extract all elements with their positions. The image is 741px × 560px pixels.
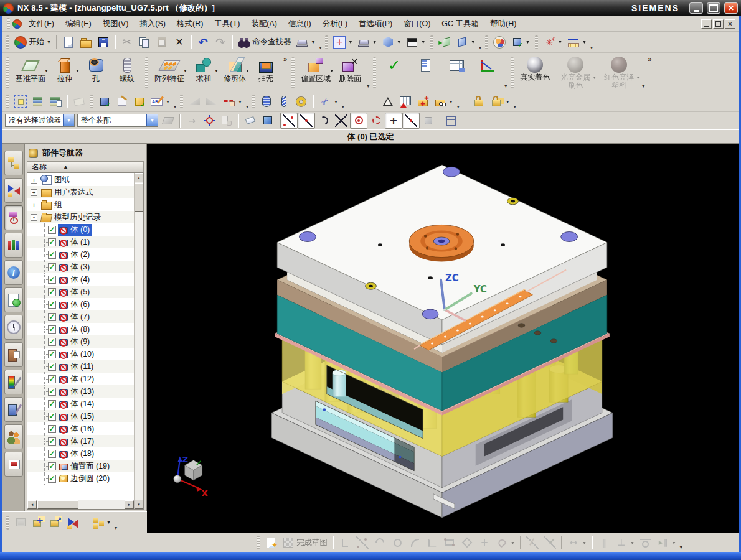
dropdown-arrow-icon[interactable]: ▼ xyxy=(582,40,587,44)
tree-item-8[interactable]: ✓体 (4) xyxy=(27,273,134,286)
close-button[interactable] xyxy=(724,2,738,14)
command-finder-button[interactable]: 命令查找器 xyxy=(235,34,294,50)
dropdown-arrow-icon[interactable]: ▼ xyxy=(630,541,635,545)
assembly-structure-button[interactable] xyxy=(410,55,441,76)
visualization-button[interactable] xyxy=(491,34,508,50)
snap-midpoint-toggle[interactable] xyxy=(298,113,315,129)
toolbar-overflow[interactable]: ▾ xyxy=(457,104,460,110)
snap-arc-toggle[interactable] xyxy=(315,113,333,129)
toolbar-overflow[interactable]: ▾ xyxy=(115,525,117,531)
process-studio-tab[interactable] xyxy=(4,342,23,367)
dropdown-arrow-icon[interactable]: ▼ xyxy=(582,541,587,545)
shell-button[interactable]: 抽壳 xyxy=(250,55,281,85)
snap-quadrant-toggle[interactable] xyxy=(367,113,385,129)
show-hide-button[interactable]: ▼ xyxy=(508,34,532,50)
deviation-gauge-button[interactable]: ▼ xyxy=(220,93,245,110)
scroll-left-button[interactable]: ◂ xyxy=(27,500,37,509)
red-glossy-plastic-button[interactable]: 红色亮泽塑料▼ xyxy=(597,55,641,91)
line-button[interactable] xyxy=(354,534,371,551)
dropdown-arrow-icon[interactable]: ▼ xyxy=(183,68,187,73)
toolbar-grip[interactable] xyxy=(325,35,328,49)
dropdown-arrow-icon[interactable]: ▼ xyxy=(329,68,334,73)
mdi-minimize-button[interactable] xyxy=(701,19,712,29)
snap-existing-point-toggle[interactable] xyxy=(385,113,402,129)
dropdown-arrow-icon[interactable]: ▼ xyxy=(311,40,315,44)
tree-item-18[interactable]: ✓体 (14) xyxy=(27,398,134,410)
dropdown-arrow-icon[interactable]: ▼ xyxy=(63,114,74,126)
delete-face-button[interactable]: 删除面 xyxy=(334,55,366,85)
measure-button[interactable]: ▼ xyxy=(565,34,589,50)
menu-item[interactable]: 分析(L) xyxy=(317,17,353,31)
menu-item[interactable]: 帮助(H) xyxy=(484,17,522,31)
paste-button[interactable] xyxy=(153,34,171,50)
orient-view-button[interactable] xyxy=(436,34,453,50)
make-displayed-part-button[interactable] xyxy=(113,93,131,110)
draft-analysis-button[interactable] xyxy=(186,93,203,110)
dropdown-arrow-icon[interactable]: ▼ xyxy=(506,100,510,104)
point-button[interactable] xyxy=(476,534,493,551)
display-constraints-button[interactable] xyxy=(637,534,654,551)
system-scenes-tab[interactable] xyxy=(4,397,23,422)
toolbar-overflow[interactable]: ▾ xyxy=(342,104,344,110)
history-tab[interactable] xyxy=(4,315,23,340)
window-part-button[interactable] xyxy=(131,93,148,110)
tree-item-14[interactable]: ✓体 (10) xyxy=(27,348,134,360)
show-all-constraints-button[interactable]: ▼ xyxy=(654,534,679,551)
select-by-box-button[interactable] xyxy=(12,93,29,110)
check-mate-button[interactable] xyxy=(379,55,410,76)
visibility-checkbox[interactable]: ✓ xyxy=(48,450,56,458)
tree-item-3[interactable]: -模型历史记录 xyxy=(27,211,134,223)
tree-item-23[interactable]: ✓偏置面 (19) xyxy=(27,460,134,472)
visibility-checkbox[interactable]: ✓ xyxy=(48,263,56,271)
toolbar-overflow[interactable]: ▾ xyxy=(514,104,516,110)
toolbar-grip[interactable] xyxy=(430,35,433,49)
minimize-button[interactable] xyxy=(689,2,703,14)
toolbar-more[interactable]: » xyxy=(283,55,287,63)
windows-tab[interactable] xyxy=(4,452,23,477)
circle-button[interactable] xyxy=(389,534,406,551)
lock-assembly-button[interactable]: ▼ xyxy=(488,93,512,110)
snap-sketch-toggle[interactable] xyxy=(420,113,437,129)
toolbar-overflow[interactable]: ▾ xyxy=(174,104,176,110)
tree-item-19[interactable]: ✓体 (15) xyxy=(27,410,134,422)
tolerance-table-button[interactable] xyxy=(397,93,414,110)
toolbar-grip[interactable] xyxy=(252,95,255,108)
pattern-curve-button[interactable]: ▼ xyxy=(493,534,517,551)
tree-item-5[interactable]: ✓体 (1) xyxy=(27,236,134,248)
scroll-up-button[interactable]: ▴ xyxy=(135,173,143,182)
html-report-tab[interactable] xyxy=(4,287,23,312)
toolbar-grip[interactable] xyxy=(257,536,260,549)
dropdown-arrow-icon[interactable]: ▼ xyxy=(558,40,562,44)
expand-toggle[interactable]: + xyxy=(31,202,37,208)
visibility-checkbox[interactable]: ✓ xyxy=(48,475,56,483)
fillet-button[interactable] xyxy=(406,534,423,551)
dropdown-arrow-icon[interactable]: ▼ xyxy=(636,75,640,80)
toolbar-grip[interactable] xyxy=(6,95,9,108)
tree-item-6[interactable]: ✓体 (2) xyxy=(27,248,134,261)
dropdown-arrow-icon[interactable]: ▼ xyxy=(672,541,676,545)
spring-stack-button[interactable] xyxy=(258,93,275,110)
section-view-button[interactable]: ▼ xyxy=(453,34,478,50)
dropdown-arrow-icon[interactable]: ▼ xyxy=(238,100,242,104)
rendering-style-button[interactable]: ▼ xyxy=(379,34,404,50)
viewport-3d[interactable]: ZC YC xyxy=(147,144,739,533)
toolbar-overflow[interactable]: ▾ xyxy=(504,83,507,89)
spring-tool-button[interactable] xyxy=(275,93,293,110)
copy-button[interactable] xyxy=(136,34,153,50)
dropdown-arrow-icon[interactable]: ▼ xyxy=(146,114,158,126)
move-component-button[interactable] xyxy=(47,515,64,531)
grid-snap-button[interactable] xyxy=(442,113,460,129)
toolbar-grip[interactable] xyxy=(291,57,295,88)
chamfer-button[interactable] xyxy=(423,534,441,551)
selection-filter-dropdown[interactable]: 没有选择过滤器 ▼ xyxy=(5,114,75,127)
trim-tool-button[interactable]: ▼ xyxy=(316,93,341,110)
scroll-thumb[interactable] xyxy=(37,500,78,509)
toolbar-grip[interactable] xyxy=(6,57,9,88)
expand-toggle[interactable]: + xyxy=(31,189,37,196)
profile-button[interactable] xyxy=(336,534,354,551)
quick-extend-button[interactable] xyxy=(541,534,559,551)
visibility-checkbox[interactable]: ✓ xyxy=(48,413,56,421)
inferred-dimension-button[interactable]: ▼ xyxy=(565,534,589,551)
toolbar-grip[interactable] xyxy=(485,35,488,49)
snap-point-button[interactable]: ▼ xyxy=(540,34,565,50)
